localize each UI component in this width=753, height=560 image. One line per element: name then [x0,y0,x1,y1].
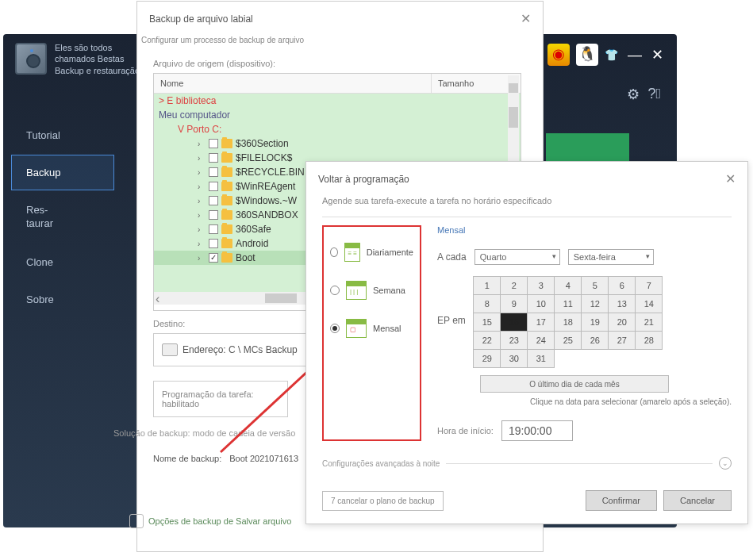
calendar-day-28[interactable]: 28 [635,331,663,350]
tree-mycomputer[interactable]: Meu computador [154,108,521,122]
chevron-down-icon[interactable]: ⌄ [719,457,732,470]
calendar-day-26[interactable]: 26 [581,331,609,350]
sidebar-restore[interactable]: Res-taurar [11,192,114,243]
sidebar-about[interactable]: Sobre [11,282,114,317]
folder-icon [221,224,232,234]
folder-icon [221,239,232,248]
tree-drive-c[interactable]: V Porto C: [154,122,521,136]
folder-icon [221,139,232,148]
sidebar-backup[interactable]: Backup [11,155,114,190]
app-title-3: Backup e restauração [55,65,140,76]
minimize-button[interactable]: — [627,47,643,63]
dialog2-title: Voltar à programação [318,174,409,185]
weekday-select[interactable]: Sexta-feira [568,249,654,265]
calendar-weekly-icon [346,281,367,300]
col-name[interactable]: Nome [154,74,432,93]
dest-path: Endereço: C \ MCs Backup [182,344,298,355]
safe-icon [15,43,47,75]
calendar-grid: 1234567891011121314151617181920212223242… [474,276,663,367]
folder-icon [221,196,232,205]
dialog1-close-icon[interactable]: ✕ [521,11,531,26]
dialog1-title: Backup de arquivo labial [149,13,253,25]
calendar-day-23[interactable]: 23 [500,331,528,350]
folder-icon [221,182,232,191]
dialog2-subtitle: Agende sua tarefa-execute a tarefa no ho… [322,196,732,205]
calendar-day-31[interactable]: 31 [527,349,555,368]
calendar-day-27[interactable]: 27 [608,331,636,350]
calendar-day-16[interactable]: 16 [500,313,528,332]
calendar-daily-icon [344,243,360,262]
app-title-1: Eles são todos [55,42,140,53]
calendar-day-15[interactable]: 15 [473,313,501,332]
freq-weekly[interactable]: Semana [327,271,417,309]
tree-item[interactable]: ›$360Section [154,136,521,151]
calendar-day-8[interactable]: 8 [473,294,501,313]
calendar-day-3[interactable]: 3 [527,276,555,295]
calendar-day-22[interactable]: 22 [473,331,501,350]
name-value: Boot 2021071613 [229,454,298,463]
tree-library[interactable]: > E biblioteca [154,94,521,108]
frequency-box: Diariamente Semana Mensal [322,225,421,441]
calendar-day-25[interactable]: 25 [554,331,582,350]
dialog2-close-icon[interactable]: ✕ [725,171,736,186]
calendar-day-18[interactable]: 18 [554,313,582,332]
sidebar-clone[interactable]: Clone [11,244,114,280]
calendar-day-24[interactable]: 24 [527,331,555,350]
calendar-day-12[interactable]: 12 [581,294,609,313]
calendar-day-7[interactable]: 7 [635,276,663,295]
freq-monthly[interactable]: Mensal [327,309,417,347]
calendar-day-2[interactable]: 2 [500,276,528,295]
calendar-day-19[interactable]: 19 [581,313,609,332]
calendar-day-29[interactable]: 29 [473,349,501,368]
cancel-button-2[interactable]: Cancelar [663,490,732,511]
theme-icon[interactable] [605,48,620,61]
dialog1-subtitle: Configurar um processo de backup de arqu… [141,36,527,51]
calendar-day-4[interactable]: 4 [554,276,582,295]
disk-icon [162,343,178,356]
checkbox-checked[interactable] [209,253,218,263]
folder-icon [221,210,232,220]
weibo-icon[interactable] [547,44,570,66]
each-label: A cada [437,251,467,263]
ep-label: EP em [437,315,466,326]
confirm-button[interactable]: Confirmar [586,490,657,511]
calendar-hint: Clique na data para selecionar (amarelo … [437,397,732,406]
folder-icon [221,253,232,263]
name-label: Nome de backup: [153,454,221,463]
calendar-day-11[interactable]: 11 [554,294,582,313]
folder-icon [221,153,232,163]
time-label: Hora de início: [437,426,494,435]
last-day-button[interactable]: O último dia de cada mês [480,375,669,393]
help-icon[interactable]: ?⃝ [647,86,661,103]
source-label: Arquivo de origem (dispositivo): [153,59,527,68]
ordinal-select[interactable]: Quarto [474,249,560,265]
app-title-2: chamados Bestas [55,53,140,64]
calendar-day-14[interactable]: 14 [635,294,663,313]
time-input[interactable]: 19:00:00 [501,420,573,441]
task-schedule-box[interactable]: Programação da tarefa: habilitado [153,381,288,417]
calendar-day-30[interactable]: 30 [500,349,528,368]
calendar-day-9[interactable]: 9 [500,294,528,313]
close-button[interactable]: ✕ [649,46,665,63]
cancel-plan-button[interactable]: 7 cancelar o plano de backup [322,491,444,511]
settings-icon[interactable]: ⚙ [627,86,640,103]
advanced-label[interactable]: Configurações avançadas à noite [322,459,440,468]
calendar-day-21[interactable]: 21 [635,313,663,332]
folder-icon [221,167,232,177]
calendar-day-20[interactable]: 20 [608,313,636,332]
freq-daily[interactable]: Diariamente [327,233,417,271]
calendar-day-6[interactable]: 6 [608,276,636,295]
calendar-day-1[interactable]: 1 [473,276,501,295]
sidebar: Tutorial Backup Res-taurar Clone Sobre [11,117,114,319]
calendar-day-17[interactable]: 17 [527,313,555,332]
schedule-dialog: Voltar à programação ✕ Agende sua tarefa… [305,161,748,524]
month-label: Mensal [437,225,732,235]
calendar-monthly-icon [346,319,367,338]
calendar-day-13[interactable]: 13 [608,294,636,313]
qq-icon[interactable] [576,44,598,66]
calendar-day-10[interactable]: 10 [527,294,555,313]
sidebar-tutorial[interactable]: Tutorial [11,117,114,153]
calendar-day-5[interactable]: 5 [581,276,609,295]
options-icon [129,514,144,528]
